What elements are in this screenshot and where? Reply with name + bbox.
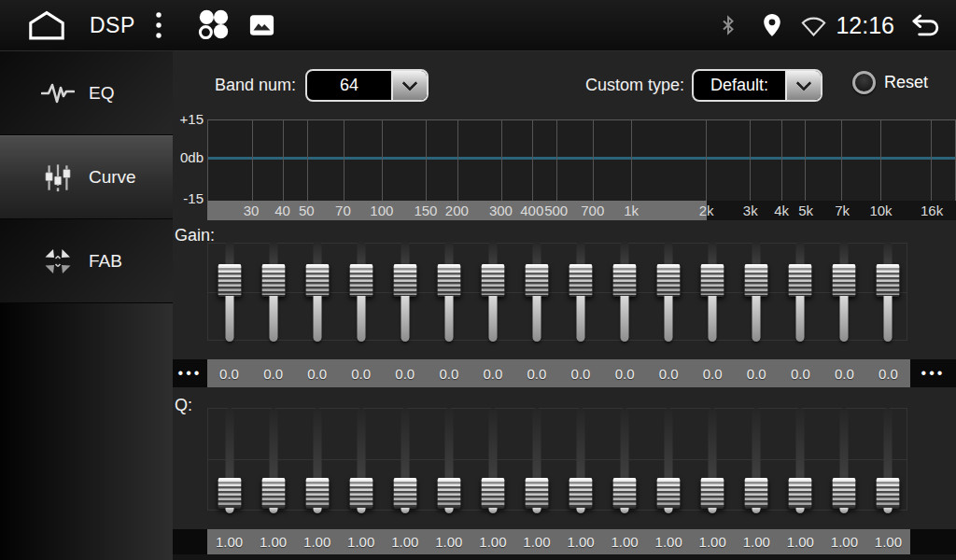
slider-thumb[interactable] (261, 478, 285, 509)
slider-thumb[interactable] (789, 264, 812, 297)
slider-thumb[interactable] (437, 478, 460, 509)
slider-thumb[interactable] (745, 264, 768, 297)
slider-track (357, 241, 365, 265)
band-num-dropdown[interactable]: 64 (305, 69, 429, 102)
q-slider[interactable] (295, 406, 339, 515)
q-slider[interactable] (866, 406, 910, 515)
gain-slider[interactable] (427, 241, 471, 343)
slider-thumb[interactable] (701, 478, 724, 509)
gain-slider[interactable] (383, 241, 427, 343)
gain-slider[interactable] (471, 241, 514, 343)
gain-value: 0.0 (251, 359, 295, 387)
slider-thumb[interactable] (305, 478, 329, 509)
q-slider[interactable] (514, 406, 558, 515)
gain-slider[interactable] (603, 241, 647, 343)
q-slider[interactable] (603, 406, 647, 515)
slider-thumb[interactable] (833, 478, 856, 509)
gain-slider[interactable] (514, 241, 558, 343)
q-slider[interactable] (207, 406, 251, 515)
sidebar-item-eq[interactable]: EQ (0, 51, 173, 135)
slider-thumb[interactable] (525, 478, 548, 509)
overflow-menu-icon[interactable] (154, 10, 163, 40)
slider-thumb[interactable] (657, 264, 681, 297)
slider-thumb[interactable] (657, 478, 681, 509)
gain-slider[interactable] (559, 241, 603, 343)
q-slider[interactable] (691, 406, 735, 515)
back-icon[interactable] (909, 12, 941, 38)
chevron-down-icon[interactable] (391, 71, 427, 100)
slider-thumb[interactable] (745, 478, 768, 509)
slider-track (709, 241, 717, 265)
slider-thumb[interactable] (305, 264, 329, 297)
gain-slider[interactable] (647, 241, 691, 343)
q-slider[interactable] (339, 406, 383, 515)
chevron-down-icon[interactable] (785, 71, 821, 100)
slider-thumb[interactable] (525, 264, 548, 297)
gain-slider[interactable] (207, 241, 251, 343)
gain-more-left-button[interactable]: ••• (173, 359, 207, 387)
gain-slider[interactable] (779, 241, 822, 343)
apps-icon[interactable] (195, 7, 231, 43)
home-icon[interactable] (26, 9, 67, 42)
freq-tick-label: 400 (520, 201, 543, 220)
q-value: 1.00 (866, 529, 910, 554)
q-slider[interactable] (251, 406, 295, 515)
slider-thumb[interactable] (218, 478, 241, 509)
q-slider[interactable] (735, 406, 779, 515)
q-slider[interactable] (383, 406, 427, 515)
slider-thumb[interactable] (569, 264, 593, 297)
frequency-axis: 304050701001502003004005007001k2k3k4k5k7… (207, 201, 956, 220)
gridline (307, 120, 308, 201)
slider-track (225, 241, 233, 265)
slider-track (401, 408, 409, 480)
gain-more-right-button[interactable]: ••• (910, 359, 956, 387)
gain-slider[interactable] (339, 241, 383, 343)
slider-thumb[interactable] (261, 264, 285, 297)
slider-track (577, 508, 585, 513)
q-slider[interactable] (427, 406, 471, 515)
slider-track (313, 408, 321, 480)
slider-thumb[interactable] (877, 478, 900, 509)
freq-tick-label: 70 (335, 201, 351, 220)
gain-slider[interactable] (251, 241, 295, 343)
slider-thumb[interactable] (833, 264, 856, 297)
slider-thumb[interactable] (349, 478, 373, 509)
q-value: 1.00 (603, 529, 647, 554)
slider-thumb[interactable] (481, 478, 504, 509)
gain-slider[interactable] (295, 241, 339, 343)
slider-thumb[interactable] (349, 264, 373, 297)
sidebar-item-curve[interactable]: Curve (0, 135, 173, 219)
slider-thumb[interactable] (613, 264, 637, 297)
slider-thumb[interactable] (789, 478, 812, 509)
gain-slider[interactable] (866, 241, 910, 343)
gain-slider[interactable] (822, 241, 866, 343)
slider-track (796, 241, 805, 265)
q-slider[interactable] (822, 406, 866, 515)
gridline (880, 120, 881, 201)
slider-thumb[interactable] (877, 264, 900, 297)
slider-track (752, 408, 761, 480)
gain-slider[interactable] (691, 241, 735, 343)
q-slider[interactable] (779, 406, 822, 515)
q-slider[interactable] (559, 406, 603, 515)
sidebar-item-fab[interactable]: FAB (0, 219, 173, 303)
slider-thumb[interactable] (437, 264, 460, 297)
gain-slider[interactable] (735, 241, 779, 343)
slider-thumb[interactable] (393, 478, 416, 509)
custom-type-dropdown[interactable]: Default: (692, 69, 822, 102)
slider-thumb[interactable] (393, 264, 416, 297)
q-value: 1.00 (779, 529, 822, 554)
slider-thumb[interactable] (569, 478, 593, 509)
slider-thumb[interactable] (701, 264, 724, 297)
reset-radio-icon[interactable] (852, 71, 876, 94)
slider-thumb[interactable] (613, 478, 637, 509)
slider-thumb[interactable] (481, 264, 504, 297)
gridline (706, 120, 707, 201)
q-value: 1.00 (295, 529, 339, 554)
q-slider[interactable] (647, 406, 691, 515)
gallery-icon[interactable] (249, 14, 274, 36)
eq-curve-plot[interactable] (207, 119, 956, 201)
q-slider[interactable] (471, 406, 514, 515)
slider-thumb[interactable] (218, 264, 241, 297)
reset-button[interactable]: Reset (852, 71, 928, 94)
